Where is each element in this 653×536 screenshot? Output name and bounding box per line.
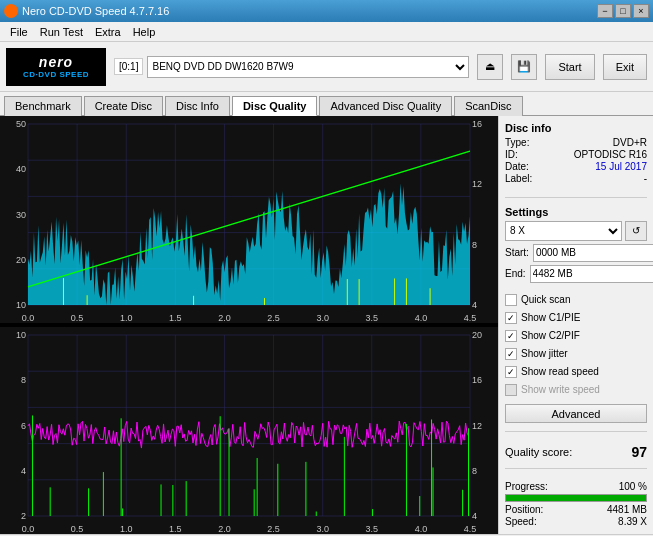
disc-label-row: Label: -	[505, 173, 647, 184]
quality-label: Quality score:	[505, 446, 572, 458]
close-button[interactable]: ×	[633, 4, 649, 18]
show-c2pif-label: Show C2/PIF	[521, 330, 580, 341]
show-write-speed-label: Show write speed	[521, 384, 600, 395]
app-icon	[4, 4, 18, 18]
divider-2	[505, 431, 647, 432]
end-label: End:	[505, 268, 526, 279]
date-value: 15 Jul 2017	[595, 161, 647, 172]
start-button[interactable]: Start	[545, 54, 594, 80]
advanced-button[interactable]: Advanced	[505, 404, 647, 423]
speed-dropdown[interactable]: 8 X 4 X 2 X Max	[505, 221, 622, 241]
show-c2pif-checkbox[interactable]	[505, 330, 517, 342]
show-jitter-checkbox[interactable]	[505, 348, 517, 360]
show-jitter-row: Show jitter	[505, 348, 647, 360]
start-label: Start:	[505, 247, 529, 258]
date-label: Date:	[505, 161, 529, 172]
show-c1pie-row: Show C1/PIE	[505, 312, 647, 324]
tab-disc-quality[interactable]: Disc Quality	[232, 96, 318, 116]
end-input[interactable]	[530, 265, 653, 283]
tab-advanced-disc-quality[interactable]: Advanced Disc Quality	[319, 96, 452, 116]
right-panel: Disc info Type: DVD+R ID: OPTODISC R16 D…	[498, 116, 653, 534]
drive-dropdown[interactable]: BENQ DVD DD DW1620 B7W9	[147, 56, 469, 78]
show-c1pie-checkbox[interactable]	[505, 312, 517, 324]
progress-bar-fill	[506, 495, 646, 501]
charts-area	[0, 116, 498, 534]
show-jitter-label: Show jitter	[521, 348, 568, 359]
minimize-button[interactable]: −	[597, 4, 613, 18]
position-value: 4481 MB	[607, 504, 647, 515]
titlebar-title: Nero CD-DVD Speed 4.7.7.16	[22, 5, 169, 17]
speed-value: 8.39 X	[618, 516, 647, 527]
settings-section: Settings 8 X 4 X 2 X Max ↺ Start: End:	[505, 206, 647, 286]
show-read-speed-label: Show read speed	[521, 366, 599, 377]
titlebar-title-area: Nero CD-DVD Speed 4.7.7.16	[4, 4, 169, 18]
pi-errors-chart	[0, 116, 498, 323]
position-row: Position: 4481 MB	[505, 504, 647, 515]
show-read-speed-row: Show read speed	[505, 366, 647, 378]
logo-sub: CD·DVD SPEED	[23, 70, 89, 79]
disc-info-section: Disc info Type: DVD+R ID: OPTODISC R16 D…	[505, 122, 647, 185]
disc-label-label: Label:	[505, 173, 532, 184]
show-c1pie-label: Show C1/PIE	[521, 312, 580, 323]
disc-label-value: -	[644, 173, 647, 184]
id-label: ID:	[505, 149, 518, 160]
start-input[interactable]	[533, 244, 653, 262]
id-row: ID: OPTODISC R16	[505, 149, 647, 160]
eject-button[interactable]: ⏏	[477, 54, 503, 80]
tab-create-disc[interactable]: Create Disc	[84, 96, 163, 116]
settings-title: Settings	[505, 206, 647, 218]
show-read-speed-checkbox[interactable]	[505, 366, 517, 378]
disc-info-title: Disc info	[505, 122, 647, 134]
start-row: Start:	[505, 244, 647, 262]
show-write-speed-row: Show write speed	[505, 384, 647, 396]
divider-3	[505, 468, 647, 469]
quality-row: Quality score: 97	[505, 444, 647, 460]
type-value: DVD+R	[613, 137, 647, 148]
exit-button[interactable]: Exit	[603, 54, 647, 80]
quick-scan-row: Quick scan	[505, 294, 647, 306]
progress-label: Progress:	[505, 481, 548, 492]
drive-index-label: [0:1]	[114, 58, 143, 75]
tab-disc-info[interactable]: Disc Info	[165, 96, 230, 116]
progress-value: 100 %	[619, 481, 647, 492]
tab-scandisc[interactable]: ScanDisc	[454, 96, 522, 116]
type-label: Type:	[505, 137, 529, 148]
quality-score: 97	[631, 444, 647, 460]
quick-scan-checkbox[interactable]	[505, 294, 517, 306]
menu-help[interactable]: Help	[127, 24, 162, 40]
date-row: Date: 15 Jul 2017	[505, 161, 647, 172]
position-label: Position:	[505, 504, 543, 515]
progress-row: Progress: 100 %	[505, 481, 647, 492]
speed-row: Speed: 8.39 X	[505, 516, 647, 527]
menu-file[interactable]: File	[4, 24, 34, 40]
main-content: Disc info Type: DVD+R ID: OPTODISC R16 D…	[0, 116, 653, 534]
menu-run-test[interactable]: Run Test	[34, 24, 89, 40]
progress-bar	[505, 494, 647, 502]
show-c2pif-row: Show C2/PIF	[505, 330, 647, 342]
speed-label: Speed:	[505, 516, 537, 527]
tab-benchmark[interactable]: Benchmark	[4, 96, 82, 116]
pif-jitter-chart	[0, 327, 498, 534]
drive-selector: [0:1] BENQ DVD DD DW1620 B7W9	[114, 56, 469, 78]
show-write-speed-checkbox	[505, 384, 517, 396]
tabs-bar: Benchmark Create Disc Disc Info Disc Qua…	[0, 92, 653, 116]
progress-section: Progress: 100 % Position: 4481 MB Speed:…	[505, 481, 647, 528]
divider-1	[505, 197, 647, 198]
end-row: End:	[505, 265, 647, 283]
app-logo: nero CD·DVD SPEED	[6, 48, 106, 86]
save-button[interactable]: 💾	[511, 54, 537, 80]
menu-extra[interactable]: Extra	[89, 24, 127, 40]
titlebar-buttons: − □ ×	[597, 4, 649, 18]
type-row: Type: DVD+R	[505, 137, 647, 148]
titlebar: Nero CD-DVD Speed 4.7.7.16 − □ ×	[0, 0, 653, 22]
quick-scan-label: Quick scan	[521, 294, 570, 305]
menubar: File Run Test Extra Help	[0, 22, 653, 42]
maximize-button[interactable]: □	[615, 4, 631, 18]
refresh-button[interactable]: ↺	[625, 221, 647, 241]
speed-row: 8 X 4 X 2 X Max ↺	[505, 221, 647, 241]
header: nero CD·DVD SPEED [0:1] BENQ DVD DD DW16…	[0, 42, 653, 92]
id-value: OPTODISC R16	[574, 149, 647, 160]
logo-nero: nero	[39, 54, 73, 70]
